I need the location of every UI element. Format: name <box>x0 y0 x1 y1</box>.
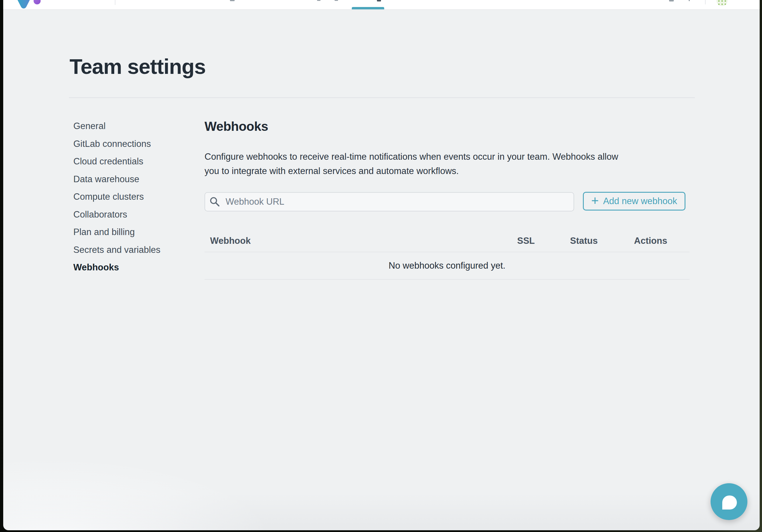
user-avatar[interactable] <box>717 0 727 6</box>
cutoff-nav-icon-fragment <box>689 0 690 1</box>
sidebar-item-cloud-credentials[interactable]: Cloud credentials <box>73 153 143 170</box>
cutoff-nav-text-fragment <box>317 0 321 1</box>
sidebar-item-compute-clusters[interactable]: Compute clusters <box>73 188 144 206</box>
sidebar-item-plan-and-billing[interactable]: Plan and billing <box>73 223 135 241</box>
column-header-webhook: Webhook <box>204 235 517 246</box>
description-line: you to integrate with external services … <box>204 164 618 178</box>
cutoff-nav-icon-fragment <box>669 0 674 1</box>
app-window: Team settings General GitLab connections… <box>3 0 760 530</box>
table-header-row: Webhook SSL Status Actions <box>204 230 690 252</box>
topbar-divider <box>115 0 115 5</box>
cutoff-nav-text-fragment <box>230 0 235 1</box>
page-title: Team settings <box>70 54 206 79</box>
app-logo-icon[interactable] <box>16 0 44 9</box>
section-title: Webhooks <box>204 119 268 134</box>
description-line: Configure webhooks to receive real-time … <box>204 150 618 164</box>
column-header-status: Status <box>570 235 634 246</box>
sidebar-item-secrets-and-variables[interactable]: Secrets and variables <box>73 241 160 259</box>
topbar-divider <box>705 0 706 4</box>
table-empty-row: No webhooks configured yet. <box>204 252 690 280</box>
top-navigation-bar <box>3 0 760 10</box>
column-header-ssl: SSL <box>517 235 570 246</box>
add-webhook-button[interactable]: + Add new webhook <box>583 192 685 211</box>
webhooks-table: Webhook SSL Status Actions No webhooks c… <box>204 230 690 280</box>
cutoff-nav-text-fragment <box>335 0 338 1</box>
plus-icon: + <box>591 194 599 207</box>
chat-bubble-icon <box>722 496 737 509</box>
section-description: Configure webhooks to receive real-time … <box>204 150 618 178</box>
sidebar-item-gitlab-connections[interactable]: GitLab connections <box>73 135 151 153</box>
settings-sidebar: General GitLab connections Cloud credent… <box>73 117 160 277</box>
active-tab-indicator <box>352 7 384 9</box>
title-divider <box>69 97 695 98</box>
sidebar-item-general[interactable]: General <box>73 117 106 135</box>
sidebar-item-webhooks[interactable]: Webhooks <box>73 259 119 277</box>
add-webhook-label: Add new webhook <box>603 196 677 206</box>
empty-state-message: No webhooks configured yet. <box>389 260 505 271</box>
cutoff-nav-text-fragment <box>377 0 381 1</box>
column-header-actions: Actions <box>634 235 690 246</box>
chat-widget-button[interactable] <box>711 483 747 520</box>
sidebar-item-data-warehouse[interactable]: Data warehouse <box>73 170 139 188</box>
sidebar-item-collaborators[interactable]: Collaborators <box>73 206 127 224</box>
webhook-url-search-input[interactable] <box>204 192 574 211</box>
